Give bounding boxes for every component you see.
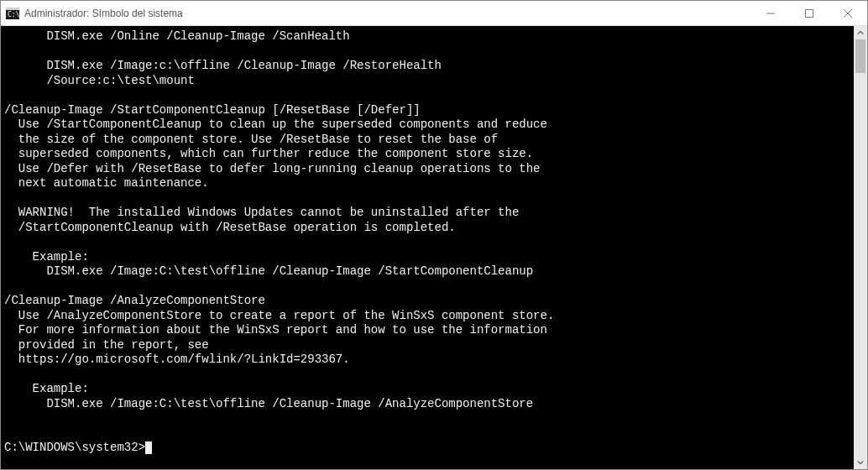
terminal-line: DISM.exe /Image:C:\test\offline /Cleanup… [4,397,533,410]
terminal-line: https://go.microsoft.com/fwlink/?LinkId=… [4,352,350,366]
terminal-line: Example: [4,250,89,264]
cursor-icon [145,441,152,454]
svg-rect-1 [6,8,19,10]
svg-text:C:\: C:\ [8,11,19,18]
window-controls [751,1,867,25]
scrollbar-thumb[interactable] [855,39,865,73]
terminal-line: Use /Defer with /ResetBase to defer long… [4,162,541,175]
terminal-line: Use /AnalyzeComponentStore to create a r… [4,309,554,322]
scroll-down-arrow-icon[interactable] [854,456,867,469]
terminal-line: next automatic maintenance. [4,176,209,190]
cmd-app-icon: C:\ [6,7,19,20]
minimize-button[interactable] [751,1,790,25]
scroll-up-arrow-icon[interactable] [854,26,867,39]
svg-rect-4 [806,9,813,17]
cmd-window: C:\ Administrador: Símbolo del sistema D… [0,0,868,470]
maximize-button[interactable] [790,1,829,25]
terminal-line: superseded components, which can further… [4,147,533,160]
terminal-line: provided in the report, see [4,338,209,352]
terminal-line: the size of the component store. Use /Re… [4,133,498,146]
terminal-line: /Source:c:\test\mount [4,74,195,87]
terminal-line: Use /StartComponentCleanup to clean up t… [4,118,547,131]
terminal-line: Example: [4,382,89,395]
vertical-scrollbar[interactable] [854,26,867,469]
terminal-line: /Cleanup-Image /AnalyzeComponentStore [4,294,265,307]
titlebar[interactable]: C:\ Administrador: Símbolo del sistema [1,1,867,26]
terminal-line: DISM.exe /Online /Cleanup-Image /ScanHea… [4,29,350,43]
terminal-output[interactable]: DISM.exe /Online /Cleanup-Image /ScanHea… [1,26,854,469]
terminal-line: DISM.exe /Image:c:\offline /Cleanup-Imag… [4,59,442,72]
terminal-line: C:\WINDOWS\system32> [4,441,145,454]
window-title: Administrador: Símbolo del sistema [24,8,751,19]
terminal-line: /Cleanup-Image /StartComponentCleanup [/… [4,103,421,117]
terminal-line: WARNING! The installed Windows Updates c… [4,206,519,219]
terminal-area: DISM.exe /Online /Cleanup-Image /ScanHea… [1,26,867,469]
terminal-line: /StartComponentCleanup with /ResetBase o… [4,221,456,234]
terminal-line: For more information about the WinSxS re… [4,323,547,337]
close-button[interactable] [829,1,867,25]
terminal-line: DISM.exe /Image:C:\test\offline /Cleanup… [4,264,533,278]
